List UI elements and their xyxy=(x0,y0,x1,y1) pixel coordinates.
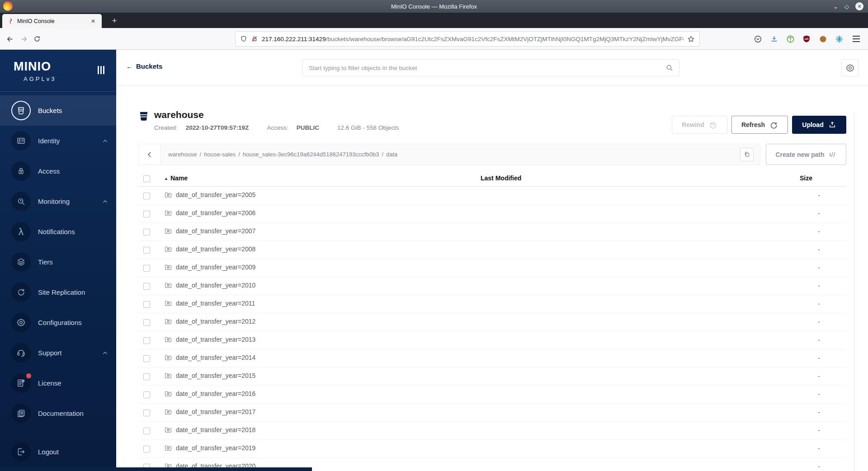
nav-forward-button[interactable] xyxy=(17,33,30,45)
cookie-extension-icon[interactable] xyxy=(817,33,828,44)
url-bar[interactable]: 217.160.222.211:31429/buckets/warehouse/… xyxy=(235,31,700,47)
breadcrumb-link[interactable]: data xyxy=(386,151,397,158)
browser-tab-minio-console[interactable]: MinIO Console ✕ xyxy=(2,14,102,28)
object-name[interactable]: date_of_transfer_year=2007 xyxy=(176,227,255,235)
sidebar-item-buckets[interactable]: Buckets xyxy=(0,95,116,126)
breadcrumb-link[interactable]: warehouse xyxy=(168,151,197,158)
table-row[interactable]: date_of_transfer_year=2008- xyxy=(138,240,846,259)
shield-icon[interactable] xyxy=(240,35,247,42)
row-checkbox[interactable] xyxy=(143,229,150,236)
path-back-button[interactable] xyxy=(138,144,161,165)
object-name[interactable]: date_of_transfer_year=2018 xyxy=(176,426,255,433)
object-name[interactable]: date_of_transfer_year=2011 xyxy=(176,300,255,307)
window-maximize-icon[interactable]: ◇ xyxy=(844,4,849,9)
sidebar-item-configurations[interactable]: Configurations xyxy=(0,307,116,338)
table-row[interactable]: date_of_transfer_year=2010- xyxy=(138,277,846,295)
new-tab-button[interactable]: + xyxy=(108,14,121,28)
bookmark-star-icon[interactable] xyxy=(687,35,695,43)
object-name[interactable]: date_of_transfer_year=2016 xyxy=(176,390,255,397)
row-checkbox[interactable] xyxy=(143,211,150,217)
window-minimize-icon[interactable]: ⌄ xyxy=(833,4,838,9)
copy-path-button[interactable] xyxy=(740,148,754,161)
object-name[interactable]: date_of_transfer_year=2017 xyxy=(176,408,255,415)
object-filter-search[interactable] xyxy=(302,59,679,76)
table-row[interactable]: date_of_transfer_year=2012- xyxy=(138,313,846,331)
row-checkbox[interactable] xyxy=(143,446,150,452)
object-name[interactable]: date_of_transfer_year=2005 xyxy=(176,191,255,198)
object-name[interactable]: date_of_transfer_year=2015 xyxy=(176,372,255,379)
sidebar-collapse-icon[interactable] xyxy=(98,66,104,74)
row-checkbox[interactable] xyxy=(143,247,150,254)
row-checkbox[interactable] xyxy=(143,319,150,326)
page-header: ← Buckets xyxy=(116,50,868,86)
window-close-icon[interactable]: ✕ xyxy=(855,2,863,10)
breadcrumb-link[interactable]: house-sales xyxy=(204,151,236,158)
chevron-up-icon xyxy=(102,350,108,356)
ublock-origin-extension-icon[interactable]: uO xyxy=(801,33,812,44)
object-name[interactable]: date_of_transfer_year=2012 xyxy=(176,318,255,325)
row-checkbox[interactable] xyxy=(143,373,150,380)
insecure-lock-icon[interactable] xyxy=(251,35,258,42)
window-titlebar: MinIO Console — Mozilla Firefox ⌄ ◇ ✕ xyxy=(0,0,868,13)
object-name[interactable]: date_of_transfer_year=2013 xyxy=(176,336,255,343)
table-row[interactable]: date_of_transfer_year=2019- xyxy=(138,439,846,457)
table-row[interactable]: date_of_transfer_year=2014- xyxy=(138,349,846,367)
privacy-badger-extension-icon[interactable] xyxy=(785,33,796,44)
sidebar-item-license[interactable]: License xyxy=(0,368,116,398)
breadcrumb: warehouse/house-sales/house_sales-3ec96c… xyxy=(161,151,740,158)
sidebar-item-documentation[interactable]: Documentation xyxy=(0,398,116,429)
spark-extension-icon[interactable] xyxy=(834,33,844,44)
breadcrumb-link[interactable]: house_sales-3ec96c19a6244d5186247193cccf… xyxy=(243,151,379,158)
sidebar-item-label: Monitoring xyxy=(38,198,70,205)
table-row[interactable]: date_of_transfer_year=2007- xyxy=(138,222,846,240)
table-row[interactable]: date_of_transfer_year=2015- xyxy=(138,367,846,385)
upload-button[interactable]: Upload xyxy=(792,116,846,134)
row-checkbox[interactable] xyxy=(143,428,150,434)
window-title: MinIO Console — Mozilla Firefox xyxy=(0,3,868,10)
sidebar-item-monitoring[interactable]: Monitoring xyxy=(0,186,116,217)
downloads-icon[interactable] xyxy=(769,33,779,44)
sidebar-item-access[interactable]: Access xyxy=(0,156,116,186)
row-checkbox[interactable] xyxy=(143,193,150,199)
row-checkbox[interactable] xyxy=(143,355,150,362)
table-row[interactable]: date_of_transfer_year=2013- xyxy=(138,331,846,349)
object-name[interactable]: date_of_transfer_year=2010 xyxy=(176,282,255,289)
search-input[interactable] xyxy=(308,64,665,72)
sidebar-item-logout[interactable]: Logout xyxy=(0,437,116,467)
object-name[interactable]: date_of_transfer_year=2008 xyxy=(176,245,255,253)
table-row[interactable]: date_of_transfer_year=2009- xyxy=(138,259,846,277)
row-checkbox[interactable] xyxy=(143,337,150,344)
object-name[interactable]: date_of_transfer_year=2019 xyxy=(176,444,255,452)
menu-hamburger-icon[interactable] xyxy=(851,33,862,44)
table-row[interactable]: date_of_transfer_year=2018- xyxy=(138,421,846,439)
nav-reload-button[interactable] xyxy=(31,33,43,45)
pocket-extension-icon[interactable] xyxy=(752,33,763,44)
sidebar-item-notifications[interactable]: λNotifications xyxy=(0,217,116,247)
sidebar-item-support[interactable]: Support xyxy=(0,338,116,368)
row-checkbox[interactable] xyxy=(143,301,150,308)
tab-close-icon[interactable]: ✕ xyxy=(89,17,97,25)
row-checkbox[interactable] xyxy=(143,265,150,272)
refresh-button[interactable]: Refresh xyxy=(731,116,788,134)
table-row[interactable]: date_of_transfer_year=2017- xyxy=(138,403,846,421)
create-new-path-button[interactable]: Create new path xyxy=(766,144,846,165)
back-to-buckets-link[interactable]: ← Buckets xyxy=(126,62,162,70)
table-row[interactable]: date_of_transfer_year=2016- xyxy=(138,385,846,403)
row-checkbox[interactable] xyxy=(143,283,150,290)
settings-gear-button[interactable] xyxy=(841,59,859,76)
column-header-name[interactable]: ▲Name xyxy=(164,170,481,186)
row-checkbox[interactable] xyxy=(143,410,150,416)
rewind-button[interactable]: Rewind xyxy=(672,116,727,134)
table-row[interactable]: date_of_transfer_year=2006- xyxy=(138,204,846,222)
table-row[interactable]: date_of_transfer_year=2011- xyxy=(138,295,846,313)
sidebar-item-identity[interactable]: Identity xyxy=(0,126,116,156)
object-name[interactable]: date_of_transfer_year=2009 xyxy=(176,264,255,271)
row-checkbox[interactable] xyxy=(143,391,150,398)
nav-back-button[interactable] xyxy=(4,33,16,45)
sidebar-item-site-replication[interactable]: Site Replication xyxy=(0,277,116,307)
select-all-checkbox[interactable] xyxy=(143,175,150,182)
table-row[interactable]: date_of_transfer_year=2005- xyxy=(138,186,846,204)
object-name[interactable]: date_of_transfer_year=2014 xyxy=(176,354,255,361)
object-name[interactable]: date_of_transfer_year=2006 xyxy=(176,209,255,217)
sidebar-item-tiers[interactable]: Tiers xyxy=(0,247,116,277)
